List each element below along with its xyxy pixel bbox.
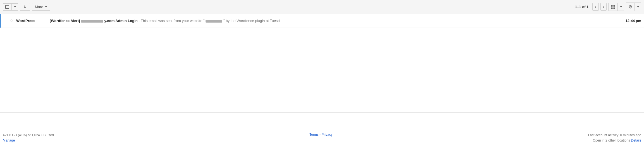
privacy-link[interactable]: Privacy: [321, 133, 332, 137]
email-time: 12:44 pm: [626, 19, 641, 23]
grid-view-button[interactable]: [609, 3, 618, 11]
view-button[interactable]: [608, 3, 624, 11]
chevron-right-icon: ›: [603, 5, 604, 9]
more-label: More: [35, 5, 43, 9]
last-activity-text: Last account activity: 0 minutes ago: [588, 133, 641, 138]
view-chevron-icon: [620, 6, 622, 8]
open-locations-area: Open in 2 other locations Details: [588, 138, 641, 143]
email-snippet-redacted2: [206, 19, 222, 23]
email-checkbox[interactable]: [3, 19, 7, 23]
refresh-button[interactable]: ↻: [20, 3, 30, 11]
toolbar-right: 1–1 of 1 ‹ › ⚙: [573, 3, 641, 11]
checkbox-icon: [5, 5, 9, 9]
star-icon[interactable]: ☆: [9, 18, 13, 23]
select-checkbox-button[interactable]: [3, 3, 18, 11]
chevron-down-icon: [14, 6, 16, 8]
view-dropdown-arrow[interactable]: [618, 3, 624, 11]
manage-link[interactable]: Manage: [3, 138, 15, 142]
details-link[interactable]: Details: [631, 138, 641, 142]
email-subject-area: [Wordfence Alert] y.com Admin Login - Th…: [50, 19, 622, 23]
gear-icon: ⚙: [628, 4, 632, 9]
email-sender: WordPress: [16, 19, 50, 23]
toolbar-left: ↻ More: [3, 3, 573, 11]
settings-button[interactable]: ⚙: [626, 3, 641, 11]
email-list: ☆ WordPress [Wordfence Alert] y.com Admi…: [0, 14, 644, 113]
grid-icon: [611, 5, 615, 9]
pagination-text: 1–1 of 1: [573, 5, 591, 9]
toolbar: ↻ More 1–1 of 1 ‹ ›: [0, 0, 644, 14]
terms-link[interactable]: Terms: [309, 133, 319, 137]
select-all-checkbox[interactable]: [3, 4, 12, 10]
footer-right: Last account activity: 0 minutes ago Ope…: [588, 133, 641, 143]
settings-chevron-icon: [637, 6, 639, 8]
email-snippet-prefix: - This email was sent from your website …: [139, 19, 204, 23]
email-row[interactable]: ☆ WordPress [Wordfence Alert] y.com Admi…: [0, 14, 644, 28]
prev-page-button[interactable]: ‹: [592, 3, 598, 11]
more-chevron-icon: [45, 6, 47, 8]
email-subject-prefix: [Wordfence Alert]: [50, 19, 80, 23]
more-button[interactable]: More: [32, 3, 50, 11]
email-snippet-suffix: " by the Wordfence plugin at Tuesd: [223, 19, 280, 23]
storage-text: 421.6 GB (41%) of 1,024 GB used: [3, 133, 54, 138]
select-dropdown-arrow[interactable]: [12, 4, 18, 10]
footer-center: Terms - Privacy: [309, 133, 333, 137]
email-subject-suffix: y.com Admin Login: [104, 19, 138, 23]
email-subject-redacted1: [81, 19, 103, 23]
refresh-icon: ↻: [23, 5, 27, 9]
footer-left: 421.6 GB (41%) of 1,024 GB used Manage: [3, 133, 54, 143]
next-page-button[interactable]: ›: [600, 3, 607, 11]
gear-button[interactable]: ⚙: [626, 3, 635, 11]
open-locations-text: Open in 2 other locations: [593, 138, 630, 142]
footer: 421.6 GB (41%) of 1,024 GB used Manage T…: [0, 129, 644, 146]
settings-dropdown-arrow[interactable]: [635, 3, 641, 11]
chevron-left-icon: ‹: [595, 5, 596, 9]
